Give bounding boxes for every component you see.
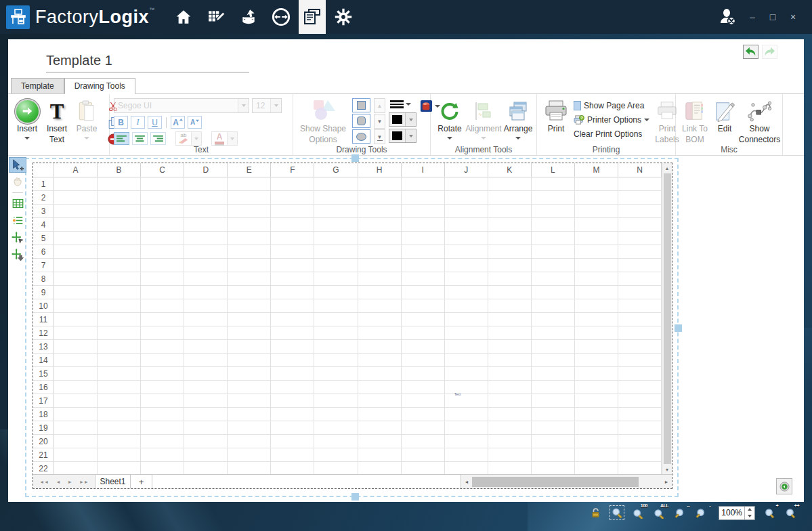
edit-button[interactable]: Edit [710,98,740,135]
clear-print-options-button[interactable]: Clear Print Options [574,128,649,140]
cell-C3[interactable] [141,205,184,218]
cell-B12[interactable] [98,326,141,340]
cell-G2[interactable] [314,191,358,205]
cell-H21[interactable] [358,448,402,462]
cell-D11[interactable] [184,313,228,326]
cell-E2[interactable] [228,191,271,205]
cell-K12[interactable] [488,326,532,340]
cell-L8[interactable] [532,272,575,286]
row-header-10[interactable]: 10 [33,299,54,313]
cell-I22[interactable] [402,462,445,474]
cell-C12[interactable] [141,326,184,340]
cell-J17[interactable] [445,394,488,408]
cell-I6[interactable] [402,245,445,259]
fill-color-dropdown[interactable] [389,129,416,143]
cell-I20[interactable] [402,435,445,448]
cell-G12[interactable] [314,326,358,340]
cell-H7[interactable] [358,259,402,272]
select-move-tool[interactable] [9,157,26,173]
cell-H18[interactable] [358,408,402,421]
rotate-button[interactable]: Rotate [435,98,465,140]
cell-G17[interactable] [314,394,358,408]
cell-C14[interactable] [141,354,184,367]
column-header-D[interactable]: D [184,163,228,177]
move-drop-tool[interactable] [9,247,26,262]
line-style-dropdown[interactable] [389,98,416,110]
cell-M5[interactable] [575,232,618,245]
cell-G20[interactable] [314,435,358,448]
cell-D12[interactable] [184,326,228,340]
link-to-bom-button[interactable]: Link To BOM [680,98,710,146]
column-header-B[interactable]: B [98,163,141,177]
cell-B11[interactable] [98,313,141,326]
cell-C20[interactable] [141,435,184,448]
cell-B19[interactable] [98,421,141,435]
row-header-17[interactable]: 17 [33,394,54,408]
cell-F20[interactable] [271,435,314,448]
cell-A15[interactable] [54,367,98,381]
cell-D21[interactable] [184,448,228,462]
cell-I3[interactable] [402,205,445,218]
cell-A19[interactable] [54,421,98,435]
cell-E5[interactable] [228,232,271,245]
zoom-out-more-button[interactable]: -- [672,505,687,520]
cell-B7[interactable] [98,259,141,272]
cell-N18[interactable] [618,408,662,421]
cell-H22[interactable] [358,462,402,474]
cell-F5[interactable] [271,232,314,245]
zoom-decrement-button[interactable] [745,513,754,519]
column-header-L[interactable]: L [532,163,575,177]
cell-H13[interactable] [358,340,402,354]
column-header-F[interactable]: F [271,163,314,177]
cell-B10[interactable] [98,299,141,313]
cell-E22[interactable] [228,462,271,474]
cell-G10[interactable] [314,299,358,313]
cell-N13[interactable] [618,340,662,354]
resize-handle-right[interactable] [675,324,682,332]
zoom-100-button[interactable]: 100 [631,505,645,520]
rectangle-shape-button[interactable] [352,98,370,112]
cell-D16[interactable] [184,381,228,394]
cell-E6[interactable] [228,245,271,259]
cell-F21[interactable] [271,448,314,462]
cell-M3[interactable] [575,205,618,218]
cell-G13[interactable] [314,340,358,354]
cell-J14[interactable] [445,354,488,367]
add-sheet-button[interactable]: + [131,475,152,488]
cell-A4[interactable] [54,218,98,232]
cell-D5[interactable] [184,232,228,245]
cell-A6[interactable] [54,245,98,259]
cell-J12[interactable] [445,326,488,340]
cell-J11[interactable] [445,313,488,326]
cell-F12[interactable] [271,326,314,340]
cell-E1[interactable] [228,177,271,191]
cell-M22[interactable] [575,462,618,474]
cell-D10[interactable] [184,299,228,313]
cell-C10[interactable] [141,299,184,313]
cell-E4[interactable] [228,218,271,232]
app-logo-icon[interactable] [6,5,30,29]
shrink-font-button[interactable]: A [188,116,202,129]
zoom-level-spinbox[interactable]: 100% [719,506,755,520]
cell-L21[interactable] [532,448,575,462]
cell-E12[interactable] [228,326,271,340]
vertical-scrollbar[interactable]: ▲ ▼ [662,163,672,474]
cell-F14[interactable] [271,354,314,367]
cell-C21[interactable] [141,448,184,462]
column-header-A[interactable]: A [54,163,98,177]
cell-B17[interactable] [98,394,141,408]
cell-K2[interactable] [488,191,532,205]
last-sheet-button[interactable]: ►► [79,480,89,484]
column-header-G[interactable]: G [314,163,358,177]
cell-K16[interactable] [488,381,532,394]
cell-K22[interactable] [488,462,532,474]
cell-M15[interactable] [575,367,618,381]
cell-J13[interactable] [445,340,488,354]
cell-N15[interactable] [618,367,662,381]
cell-L3[interactable] [532,205,575,218]
cell-K8[interactable] [488,272,532,286]
cell-A3[interactable] [54,205,98,218]
cell-H4[interactable] [358,218,402,232]
cell-G3[interactable] [314,205,358,218]
cell-E7[interactable] [228,259,271,272]
